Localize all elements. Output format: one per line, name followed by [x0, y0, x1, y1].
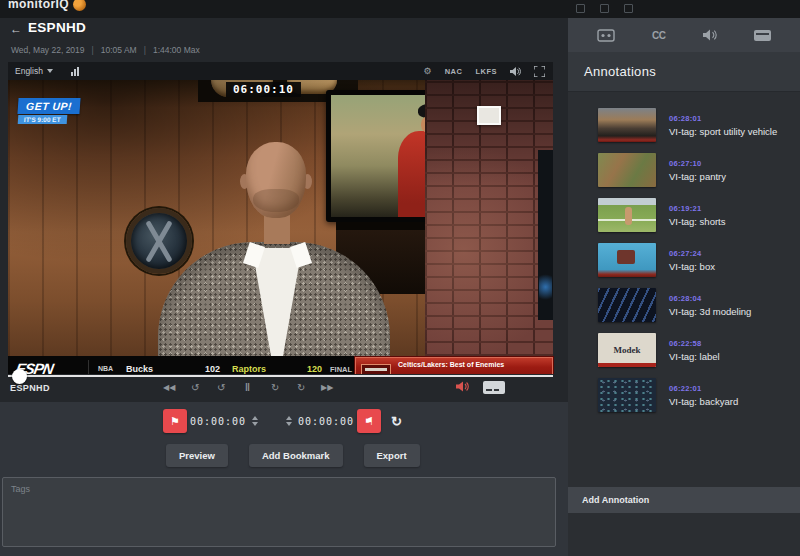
- set-start-flag-button[interactable]: ⚑: [163, 409, 187, 433]
- step-forward-button[interactable]: ↻: [271, 381, 279, 394]
- ticker-score1: 102: [205, 364, 220, 374]
- annotation-thumbnail: Modek: [598, 333, 656, 367]
- end-time-input[interactable]: [295, 416, 357, 427]
- sidebar-icon-bar: CC: [568, 18, 800, 52]
- annotation-item[interactable]: 06:22:01 VI-tag: backyard: [568, 374, 800, 416]
- ticker-league: NBA: [98, 365, 113, 372]
- export-button[interactable]: Export: [364, 444, 420, 467]
- language-value: English: [15, 66, 43, 76]
- captions-button[interactable]: [483, 381, 505, 394]
- nav-panel-icon[interactable]: [624, 4, 633, 13]
- nac-toggle[interactable]: NAC: [445, 67, 463, 76]
- annotation-label: VI-tag: backyard: [669, 396, 738, 407]
- mute-icon[interactable]: [456, 381, 469, 392]
- media-icon[interactable]: [597, 29, 615, 42]
- annotation-thumbnail: [598, 243, 656, 277]
- annotations-title: Annotations: [568, 52, 800, 92]
- annotations-sidebar: CC Annotations 06:28:01 VI-tag: sport ut…: [568, 18, 800, 556]
- ticker-team2: Raptors: [232, 364, 266, 374]
- recording-meta: Wed, May 22, 2019 | 10:05 AM | 1:44:00 M…: [11, 45, 200, 55]
- annotation-time: 06:22:58: [669, 339, 720, 348]
- nav-grid-icon[interactable]: [576, 4, 585, 13]
- lkfs-toggle[interactable]: LKFS: [475, 67, 497, 76]
- seek-bar[interactable]: [8, 375, 553, 377]
- closed-captions-icon[interactable]: CC: [652, 30, 665, 41]
- page-title: ESPNHD: [28, 20, 86, 35]
- recording-date: Wed, May 22, 2019: [11, 45, 85, 55]
- seek-handle[interactable]: [12, 369, 27, 384]
- fullscreen-icon[interactable]: [534, 66, 545, 77]
- annotation-label: VI-tag: box: [669, 261, 715, 272]
- recording-start-time: 10:05 AM: [101, 45, 137, 55]
- annotation-time: 06:27:10: [669, 159, 726, 168]
- annotation-thumbnail: [598, 378, 656, 412]
- skip-forward-button[interactable]: ↻: [297, 381, 305, 394]
- channel-label: ESPNHD: [10, 383, 50, 393]
- annotation-thumbnail: [598, 108, 656, 142]
- action-buttons: Preview Add Bookmark Export: [166, 444, 420, 467]
- top-nav: monitorIQ: [0, 0, 800, 18]
- ticker-team1: Bucks: [126, 364, 153, 374]
- nav-layout-icon[interactable]: [600, 4, 609, 13]
- ticker-status: FINAL: [330, 365, 352, 374]
- video-player[interactable]: GET UP! IT'S 9:00 ET 06:00:10 ESPN NBA B…: [8, 80, 553, 386]
- annotation-item[interactable]: 06:28:04 VI-tag: 3d modeling: [568, 284, 800, 326]
- annotation-time: 06:27:24: [669, 249, 715, 258]
- show-bug: GET UP! IT'S 9:00 ET: [18, 96, 80, 124]
- timecode-overlay: 06:00:10: [226, 82, 301, 97]
- annotation-label: VI-tag: 3d modeling: [669, 306, 751, 317]
- annotation-time: 06:28:01: [669, 114, 777, 123]
- brand-name: monitorIQ: [8, 0, 69, 11]
- add-annotation-button[interactable]: Add Annotation: [568, 487, 800, 513]
- fast-forward-button[interactable]: ▶▶: [321, 381, 333, 394]
- start-time-input[interactable]: [187, 416, 249, 427]
- skip-back-button[interactable]: ↺: [191, 381, 199, 394]
- annotation-item[interactable]: 06:27:10 VI-tag: pantry: [568, 149, 800, 191]
- brand-logo[interactable]: monitorIQ: [8, 0, 86, 11]
- player-area: ← ESPNHD Wed, May 22, 2019 | 10:05 AM | …: [0, 18, 568, 402]
- video-frame: GET UP! IT'S 9:00 ET 06:00:10: [8, 80, 553, 356]
- pause-button[interactable]: ‖: [245, 381, 250, 394]
- player-panel: ← ESPNHD Wed, May 22, 2019 | 10:05 AM | …: [0, 18, 568, 556]
- annotation-time: 06:19:21: [669, 204, 726, 213]
- playback-control-bar: ESPNHD ◀◀ ↺ ↺ ‖ ↻ ↻ ▶▶: [0, 374, 568, 402]
- recording-duration: 1:44:00 Max: [153, 45, 200, 55]
- annotation-label: VI-tag: label: [669, 351, 720, 362]
- step-back-button[interactable]: ↺: [217, 381, 225, 394]
- annotation-item[interactable]: 06:19:21 VI-tag: shorts: [568, 194, 800, 236]
- annotation-thumbnail: [598, 153, 656, 187]
- player-toolbar: English ⚙ NAC LKFS: [8, 62, 553, 80]
- ticker-score2: 120: [307, 364, 322, 374]
- bookmark-range-row: ⚑ ⚑ ↻: [163, 408, 402, 434]
- annotation-label: VI-tag: pantry: [669, 171, 726, 182]
- annotation-item[interactable]: Modek 06:22:58 VI-tag: label: [568, 329, 800, 371]
- card-icon[interactable]: [754, 30, 771, 41]
- audio-levels-icon[interactable]: [71, 67, 79, 76]
- reset-range-icon[interactable]: ↻: [391, 414, 402, 429]
- annotation-time: 06:28:04: [669, 294, 751, 303]
- annotation-thumbnail: [598, 288, 656, 322]
- propeller-decor: [126, 208, 192, 274]
- annotation-label: VI-tag: shorts: [669, 216, 726, 227]
- preview-button[interactable]: Preview: [166, 444, 228, 467]
- annotation-item[interactable]: 06:28:01 VI-tag: sport utility vehicle: [568, 104, 800, 146]
- annotation-thumbnail: [598, 198, 656, 232]
- annotation-item[interactable]: 06:27:24 VI-tag: box: [568, 239, 800, 281]
- chevron-down-icon: [47, 69, 53, 73]
- audio-icon[interactable]: [703, 29, 717, 41]
- set-end-flag-button[interactable]: ⚑: [357, 409, 381, 433]
- annotations-list: 06:28:01 VI-tag: sport utility vehicle 0…: [568, 92, 800, 487]
- brand-icon: [73, 0, 86, 11]
- bookmark-panel: ⚑ ⚑ ↻ Preview Add Bookmark Export: [0, 402, 568, 556]
- volume-icon[interactable]: [510, 67, 521, 76]
- annotation-time: 06:22:01: [669, 384, 738, 393]
- end-time-stepper[interactable]: [283, 416, 295, 426]
- rewind-button[interactable]: ◀◀: [163, 381, 175, 394]
- settings-icon[interactable]: ⚙: [424, 66, 432, 76]
- annotation-label: VI-tag: sport utility vehicle: [669, 126, 777, 137]
- language-select[interactable]: English: [15, 66, 53, 76]
- add-bookmark-button[interactable]: Add Bookmark: [249, 444, 343, 467]
- start-time-stepper[interactable]: [249, 416, 261, 426]
- back-button[interactable]: ←: [10, 22, 22, 36]
- tags-input[interactable]: [2, 477, 556, 547]
